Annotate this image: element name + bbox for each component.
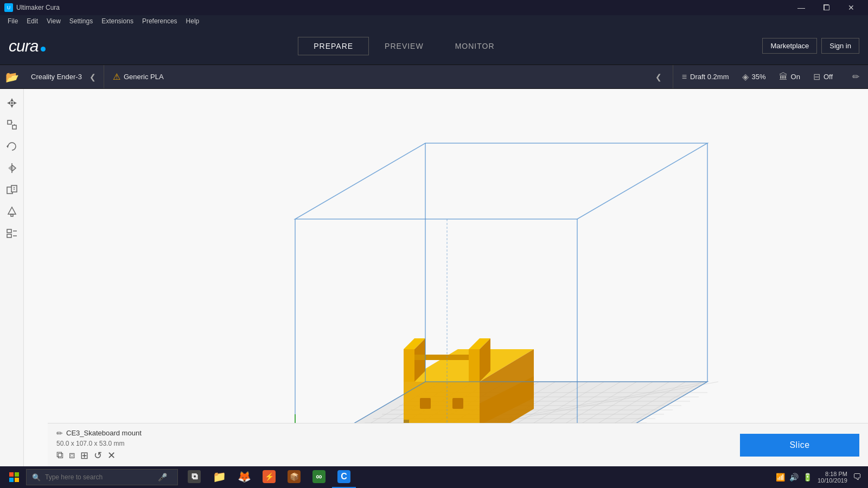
- printer-name[interactable]: Creality Ender-3: [25, 73, 87, 81]
- infill-pct: 35%: [752, 73, 766, 81]
- svg-marker-0: [10, 98, 14, 101]
- svg-marker-17: [8, 207, 16, 214]
- tool-rotate[interactable]: [2, 137, 22, 156]
- nav-tabs: PREPARE PREVIEW MONITOR: [298, 37, 510, 55]
- profile-name: Draft 0.2mm: [690, 73, 729, 81]
- logo: cura: [9, 37, 46, 55]
- layers-icon: ≡: [682, 72, 687, 82]
- taskbar-apps: ⧉ 📁 🦊 ⚡ 📦 ∞ C: [182, 466, 356, 488]
- tool-move[interactable]: [2, 93, 22, 113]
- svg-marker-74: [414, 355, 469, 360]
- model-icon: ✏: [56, 429, 63, 438]
- open-folder-icon[interactable]: 📂: [5, 70, 19, 84]
- menu-help[interactable]: Help: [182, 16, 204, 26]
- titlebar: U Ultimaker Cura — ⧠ ✕: [0, 0, 868, 15]
- main-area: ✏ CE3_Skateboard mount 50.0 x 107.0 x 53…: [0, 89, 868, 466]
- tool-scale[interactable]: [2, 115, 22, 134]
- action-delete[interactable]: ✕: [107, 450, 116, 461]
- adhesion-setting[interactable]: ⊟ Off: [813, 72, 833, 82]
- settings-edit-icon[interactable]: ✏: [852, 72, 859, 82]
- svg-rect-89: [15, 472, 19, 477]
- svg-marker-12: [12, 165, 16, 171]
- subtoolbar-printer-section: 📂 Creality Ender-3 ❮: [0, 65, 104, 88]
- svg-rect-75: [420, 398, 431, 409]
- subtoolbar-material-section: ⚠ Generic PLA ❮: [104, 65, 673, 88]
- svg-point-4: [11, 102, 13, 104]
- tool-mirror[interactable]: [2, 158, 22, 178]
- svg-marker-68: [404, 349, 414, 382]
- action-arrange[interactable]: ⊞: [80, 450, 88, 461]
- menu-edit[interactable]: Edit: [22, 16, 42, 26]
- svg-marker-71: [469, 349, 480, 382]
- adhesion-value: Off: [824, 73, 833, 81]
- tool-support[interactable]: [2, 202, 22, 221]
- taskbar-app-taskview[interactable]: ⧉: [182, 466, 206, 488]
- action-reset[interactable]: ↺: [94, 450, 102, 461]
- svg-rect-5: [8, 120, 11, 124]
- tab-preview[interactable]: PREVIEW: [369, 37, 439, 55]
- model-filename: ✏ CE3_Skateboard mount: [56, 429, 142, 438]
- svg-marker-3: [14, 101, 17, 105]
- svg-marker-9: [7, 145, 8, 148]
- action-copy[interactable]: ⧈: [69, 450, 75, 461]
- volume-icon: 🔊: [789, 473, 799, 481]
- viewport[interactable]: ✏ CE3_Skateboard mount 50.0 x 107.0 x 53…: [24, 89, 868, 466]
- taskbar-app-firefox[interactable]: 🦊: [232, 466, 256, 488]
- svg-rect-18: [11, 214, 13, 216]
- svg-rect-14: [11, 185, 17, 192]
- microphone-icon[interactable]: 🎤: [158, 473, 167, 481]
- subtoolbar: 📂 Creality Ender-3 ❮ ⚠ Generic PLA ❮ ≡ D…: [0, 65, 868, 89]
- menubar: File Edit View Settings Extensions Prefe…: [0, 15, 868, 27]
- battery-icon: 🔋: [803, 473, 812, 481]
- search-input[interactable]: [45, 473, 154, 481]
- profile-setting[interactable]: ≡ Draft 0.2mm: [682, 72, 729, 82]
- svg-rect-6: [12, 125, 16, 129]
- support-value: On: [791, 73, 800, 81]
- minimize-button[interactable]: —: [789, 0, 814, 15]
- tab-prepare[interactable]: PREPARE: [298, 37, 369, 55]
- maximize-button[interactable]: ⧠: [814, 0, 839, 15]
- menu-preferences[interactable]: Preferences: [138, 16, 182, 26]
- tool-object-list[interactable]: [2, 223, 22, 243]
- menu-file[interactable]: File: [3, 16, 22, 26]
- taskbar-app-green[interactable]: ∞: [307, 466, 331, 488]
- support-setting[interactable]: 🏛 On: [779, 72, 800, 82]
- material-name[interactable]: Generic PLA: [124, 73, 164, 81]
- 3d-scene: [24, 89, 868, 466]
- material-arrow-icon[interactable]: ❮: [653, 73, 664, 81]
- toolbar: cura PREPARE PREVIEW MONITOR Marketplace…: [0, 27, 868, 65]
- tab-monitor[interactable]: MONITOR: [439, 37, 510, 55]
- toolbar-right: Marketplace Sign in: [762, 38, 859, 54]
- taskbar-search-box[interactable]: 🔍 🎤: [26, 469, 178, 485]
- action-multiply[interactable]: ⧉: [56, 450, 63, 461]
- tool-permodel[interactable]: [2, 180, 22, 200]
- menu-settings[interactable]: Settings: [65, 16, 97, 26]
- taskbar-app-orange[interactable]: ⚡: [257, 466, 281, 488]
- close-button[interactable]: ✕: [839, 0, 864, 15]
- menu-view[interactable]: View: [42, 16, 65, 26]
- svg-rect-76: [452, 398, 463, 409]
- logo-dot: [41, 47, 46, 52]
- taskbar-clock[interactable]: 8:18 PM 10/10/2019: [818, 471, 847, 484]
- svg-marker-11: [8, 165, 12, 171]
- infill-icon: ◈: [742, 72, 749, 82]
- slice-button[interactable]: Slice: [740, 434, 859, 457]
- printer-arrow-icon[interactable]: ❮: [87, 73, 98, 81]
- signin-button[interactable]: Sign in: [821, 38, 859, 54]
- clock-date: 10/10/2019: [818, 477, 847, 484]
- notifications-icon[interactable]: 🗨: [853, 472, 861, 482]
- taskbar-app-explorer[interactable]: 📁: [207, 466, 231, 488]
- taskbar-right: 📶 🔊 🔋 8:18 PM 10/10/2019 🗨: [776, 471, 866, 484]
- taskbar-app-cura[interactable]: C: [332, 466, 356, 488]
- taskbar: 🔍 🎤 ⧉ 📁 🦊 ⚡ 📦 ∞ C 📶 🔊 🔋: [0, 466, 868, 488]
- taskbar-app-brown[interactable]: 📦: [282, 466, 306, 488]
- svg-rect-90: [9, 478, 14, 482]
- search-icon: 🔍: [32, 473, 41, 481]
- infill-setting[interactable]: ◈ 35%: [742, 72, 766, 82]
- menu-extensions[interactable]: Extensions: [97, 16, 138, 26]
- marketplace-button[interactable]: Marketplace: [762, 38, 817, 54]
- app-title: Ultimaker Cura: [16, 4, 60, 11]
- network-icon: 📶: [776, 473, 785, 481]
- start-button[interactable]: [2, 466, 26, 488]
- app-icon: U: [4, 3, 13, 12]
